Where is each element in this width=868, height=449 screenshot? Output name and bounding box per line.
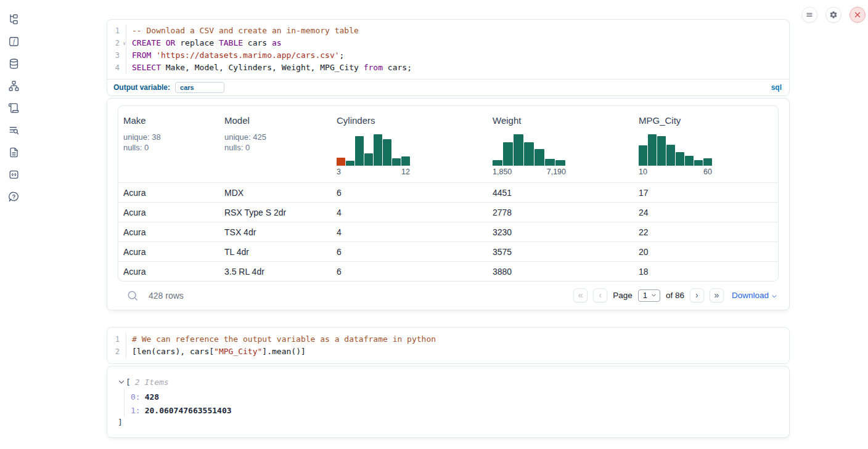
table-cell: 17 [634, 188, 778, 198]
table-cell: MDX [219, 188, 332, 198]
help-chat-icon[interactable] [5, 188, 22, 205]
histogram-axis-labels: 1,8507,190 [493, 168, 566, 177]
table-cell: 4 [332, 227, 488, 237]
gear-icon[interactable] [825, 7, 841, 23]
histogram-bar [676, 152, 684, 166]
fold-chevron-icon[interactable]: ∨ [123, 38, 126, 50]
search-icon[interactable] [126, 289, 139, 302]
language-badge: sql [771, 83, 782, 92]
python-code-area[interactable]: 12 # We can reference the output variabl… [107, 328, 789, 363]
token-plain: ].mean()] [262, 347, 305, 356]
row-count: 428 rows [149, 291, 184, 301]
histogram-min-label: 10 [639, 168, 647, 177]
python-cell-editor[interactable]: 12 # We can reference the output variabl… [107, 327, 790, 364]
column-histogram: 1,8507,190 [493, 134, 566, 177]
table-body: AcuraMDX6445117AcuraRSX Type S 2dr427782… [118, 182, 778, 281]
output-variable-label: Output variable: [113, 83, 170, 92]
table-cell: 3230 [488, 227, 634, 237]
items-count-label: 2 Items [135, 378, 169, 387]
database-icon[interactable] [5, 55, 22, 72]
first-page-button[interactable]: « [573, 288, 588, 302]
histogram-bar [666, 145, 675, 166]
histogram-max-label: 12 [401, 168, 410, 177]
histogram-axis-labels: 312 [337, 168, 410, 177]
output-tree-header: [ 2 Items [118, 376, 779, 388]
tree-entry: 1:20.060747663551403 [131, 403, 779, 417]
column-header-mpg_city[interactable]: MPG_City1060 [634, 106, 778, 182]
stat-line: unique: 38 [123, 132, 161, 142]
histogram-bar [685, 156, 694, 166]
histogram-bar [639, 145, 647, 166]
token-kw: SELECT [132, 63, 161, 72]
line-number-gutter: 12 [107, 333, 126, 358]
sql-code-area[interactable]: 12∨34 -- Download a CSV and create an in… [107, 20, 789, 79]
column-name: Cylinders [337, 115, 375, 126]
token-kw: TABLE [219, 38, 243, 47]
column-header-make[interactable]: Makeunique: 38nulls: 0 [118, 106, 219, 182]
next-page-button[interactable]: › [690, 288, 704, 302]
file-explorer-tree-icon[interactable] [5, 11, 22, 28]
dependency-graph-icon[interactable] [5, 78, 22, 94]
token-plain: Make, Model, Cylinders, Weight, MPG_City [161, 63, 364, 72]
histogram-bar [524, 142, 534, 166]
histogram-bar [337, 158, 345, 166]
histogram-bars [337, 134, 410, 166]
chevron-down-icon [651, 293, 657, 298]
table-footer: 428 rows « ‹ Page 1 of 86 › » Download [118, 281, 779, 309]
histogram-bars [639, 134, 712, 166]
last-page-button[interactable]: » [710, 288, 724, 302]
table-cell: 6 [332, 247, 488, 257]
column-stats: unique: 425nulls: 0 [224, 132, 266, 153]
previous-page-button[interactable]: ‹ [593, 288, 607, 302]
scratchpad-scroll-icon[interactable] [5, 100, 22, 116]
stat-line: nulls: 0 [224, 142, 266, 153]
table-row: AcuraRSX Type S 2dr4277824 [118, 202, 778, 222]
download-button[interactable]: Download [732, 291, 777, 300]
collapse-chevron-icon[interactable] [118, 378, 125, 386]
notebook-actions-toolbar [801, 7, 866, 23]
table-cell: 24 [634, 208, 778, 217]
column-header-cylinders[interactable]: Cylinders312 [332, 106, 488, 182]
table-cell: Acura [118, 247, 219, 257]
table-header-row: Makeunique: 38nulls: 0Modelunique: 425nu… [118, 106, 778, 182]
function-square-icon[interactable]: f [5, 33, 22, 50]
histogram-max-label: 7,190 [547, 168, 566, 177]
table-cell: 3575 [488, 247, 634, 257]
open-bracket: [ [126, 378, 131, 387]
stat-line: unique: 425 [224, 132, 266, 142]
chevron-down-icon [771, 293, 777, 299]
logs-search-icon[interactable] [5, 122, 22, 139]
token-plain: [len(cars), cars[ [132, 347, 214, 356]
page-select[interactable]: 1 [638, 289, 660, 302]
line-number: 1 [107, 25, 126, 37]
sql-cell-editor[interactable]: 12∨34 -- Download a CSV and create an in… [107, 19, 790, 96]
column-name: MPG_City [639, 115, 681, 126]
column-histogram: 1060 [639, 134, 712, 177]
page-select-value: 1 [643, 291, 647, 300]
token-plain [151, 51, 156, 60]
output-tree-body: 0:4281:20.060747663551403 [124, 390, 779, 417]
column-histogram: 312 [337, 134, 410, 177]
column-name: Make [123, 115, 146, 126]
table-cell: RSX Type S 2dr [219, 208, 332, 217]
table-row: Acura3.5 RL 4dr6388018 [118, 261, 778, 281]
token-plain: replace [175, 38, 218, 47]
token-plain [161, 38, 166, 47]
documentation-file-icon[interactable] [5, 144, 22, 161]
token-com: # We can reference the output variable a… [132, 334, 436, 344]
notebook-main-column: 12∨34 -- Download a CSV and create an in… [107, 0, 790, 438]
histogram-max-label: 60 [703, 168, 712, 177]
close-x-icon[interactable] [850, 7, 866, 23]
output-variable-input[interactable] [175, 82, 224, 93]
hamburger-menu-icon[interactable] [801, 7, 817, 23]
snippets-code-box-icon[interactable] [5, 166, 22, 183]
table-cell: TSX 4dr [219, 227, 332, 237]
close-bracket: ] [118, 418, 779, 430]
code-line: # We can reference the output variable a… [132, 333, 436, 346]
histogram-bar [534, 149, 544, 166]
table-cell: TL 4dr [219, 247, 332, 257]
column-header-weight[interactable]: Weight1,8507,190 [488, 106, 634, 182]
code-line: [len(cars), cars["MPG_City"].mean()] [132, 346, 436, 358]
line-number: 1 [107, 333, 126, 346]
column-header-model[interactable]: Modelunique: 425nulls: 0 [219, 106, 332, 182]
